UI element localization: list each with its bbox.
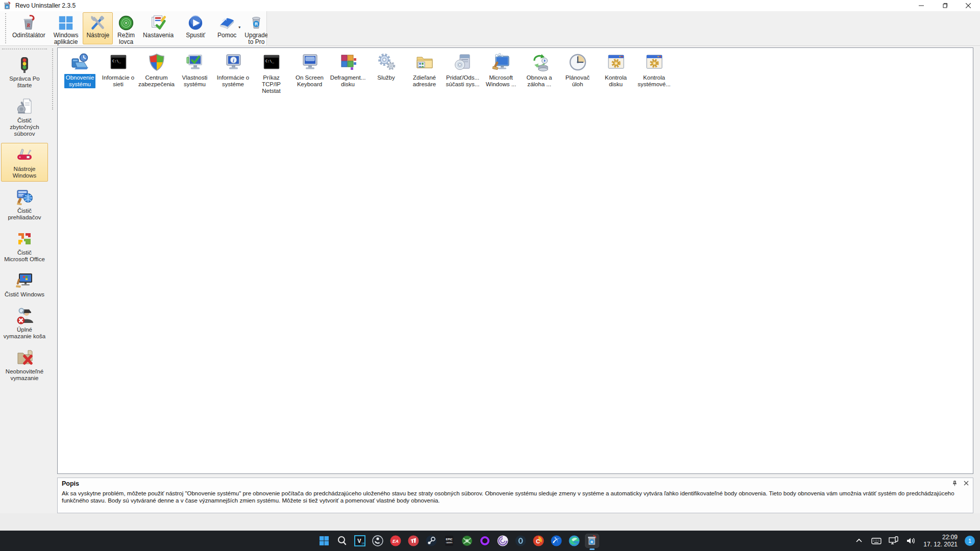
svg-text:R: R bbox=[591, 540, 593, 544]
tool-task-scheduler[interactable]: Plánovač úloh bbox=[558, 52, 597, 95]
minimize-button[interactable] bbox=[910, 0, 933, 11]
taskbar-search-icon[interactable] bbox=[335, 534, 349, 547]
minimize-icon bbox=[919, 3, 924, 8]
taskbar-vegas-icon[interactable]: V18 bbox=[353, 534, 366, 547]
taskbar-riot-icon[interactable] bbox=[407, 534, 420, 547]
run-label: Spustiť bbox=[186, 32, 205, 39]
tool-label: Microsoft Windows ... bbox=[484, 74, 518, 88]
close-icon bbox=[966, 3, 971, 8]
tool-backup-restore[interactable]: Obnova a záloha ... bbox=[520, 52, 558, 95]
svg-text:C:\_: C:\_ bbox=[265, 59, 275, 63]
tool-security-center[interactable]: Centrum zabezpečenia bbox=[137, 52, 176, 95]
tool-label: Obnovenie systému bbox=[64, 74, 96, 88]
run-button[interactable]: Spustiť bbox=[182, 12, 209, 44]
maximize-icon bbox=[942, 3, 947, 8]
toolbar-empty-area bbox=[267, 11, 980, 46]
svg-text:C:\_: C:\_ bbox=[112, 59, 121, 63]
taskbar-steam-icon[interactable] bbox=[425, 534, 438, 547]
monitor-cleaning-icon bbox=[491, 52, 511, 72]
pin-icon[interactable] bbox=[952, 481, 958, 486]
sidebar: Správca Po štarte Čistič zbytočných súbo… bbox=[0, 46, 49, 531]
tool-system-info[interactable]: i Informácie o systéme bbox=[214, 52, 252, 95]
tray-cast-device-icon[interactable] bbox=[889, 536, 899, 546]
software-box-cd-icon bbox=[453, 52, 473, 72]
notification-badge[interactable]: 1 bbox=[965, 536, 975, 546]
tool-add-remove-components[interactable]: Pridať/Ods... súčasti sys... bbox=[444, 52, 482, 95]
tray-keyboard-icon[interactable] bbox=[871, 536, 881, 546]
sidebar-item-junk-files-cleaner[interactable]: Čistič zbytočných súborov bbox=[1, 94, 48, 140]
tools-button[interactable]: Nástroje bbox=[83, 12, 113, 44]
tool-services[interactable]: Služby bbox=[367, 52, 405, 95]
tool-system-restore[interactable]: Obnovenie systému bbox=[61, 52, 99, 95]
tool-net-info[interactable]: C:\_ Informácie o sieti bbox=[99, 52, 137, 95]
start-button-icon[interactable] bbox=[317, 534, 331, 547]
tray-chevron-up-icon[interactable] bbox=[854, 536, 864, 546]
svg-text:i: i bbox=[233, 58, 234, 63]
windows-apps-button[interactable]: Windows aplikácie bbox=[50, 12, 82, 44]
tray-clock[interactable]: 22:09 17. 12. 2021 bbox=[923, 534, 958, 548]
taskbar-music-app-icon[interactable] bbox=[514, 534, 527, 547]
revo-app-icon: R bbox=[3, 2, 11, 10]
taskbar-bittorrent-icon[interactable] bbox=[496, 534, 509, 547]
defragment-icon bbox=[338, 52, 358, 72]
tool-label: On Screen Keyboard bbox=[294, 74, 325, 88]
sidebar-item-windows-tools[interactable]: Nástroje Windows bbox=[1, 143, 48, 182]
settings-button[interactable]: Nastavenia bbox=[139, 12, 177, 44]
settings-label: Nastavenia bbox=[143, 32, 174, 39]
tool-netstat[interactable]: C:\_ Príkaz TCP/IP Netstat bbox=[252, 52, 290, 95]
taskbar-ccleaner-icon[interactable]: C bbox=[532, 534, 545, 547]
sidebar-item-browsers-cleaner[interactable]: Čistič prehliadačov bbox=[1, 185, 48, 223]
sidebar-item-unrecoverable-delete[interactable]: Neobnoviteľné vymazanie bbox=[1, 345, 48, 384]
close-panel-icon[interactable] bbox=[964, 481, 969, 486]
tool-label: Zdieľané adresáre bbox=[411, 74, 437, 88]
tray-volume-icon[interactable] bbox=[906, 536, 916, 546]
taskbar-game-icon[interactable] bbox=[460, 534, 474, 547]
taskbar-revo-uninstaller-icon[interactable]: R bbox=[585, 534, 599, 547]
tool-disk-defragment[interactable]: Defragment... disku bbox=[329, 52, 367, 95]
tool-on-screen-keyboard[interactable]: On Screen Keyboard bbox=[290, 52, 329, 95]
gears-icon bbox=[376, 52, 397, 72]
tool-label: Kontrola disku bbox=[597, 74, 635, 88]
taskbar-epic-games-icon[interactable]: EPICGAMES bbox=[443, 534, 456, 547]
maximize-button[interactable] bbox=[933, 0, 957, 11]
tool-system-properties[interactable]: Vlastnosti systému bbox=[176, 52, 214, 95]
sidebar-label: Čistič prehliadačov bbox=[8, 208, 41, 221]
tool-disk-check[interactable]: Kontrola disku bbox=[597, 52, 635, 95]
sidebar-label: Správca Po štarte bbox=[2, 76, 47, 89]
taskbar-obs-icon[interactable] bbox=[371, 534, 384, 547]
sidebar-item-windows-cleaner[interactable]: Čistič Windows bbox=[1, 268, 48, 300]
tool-label: Pridať/Ods... súčasti sys... bbox=[445, 74, 481, 88]
tool-label: Obnova a záloha ... bbox=[525, 74, 554, 88]
tool-label: Príkaz TCP/IP Netstat bbox=[252, 74, 290, 95]
close-button[interactable] bbox=[957, 0, 980, 11]
tool-system-file-check[interactable]: Kontrola systémové... bbox=[635, 52, 673, 95]
hunter-mode-button[interactable]: Režim lovca bbox=[114, 12, 138, 44]
tool-shared-folders[interactable]: Zdieľané adresáre bbox=[405, 52, 444, 95]
taskbar-battlenet-icon[interactable] bbox=[550, 534, 563, 547]
tray-time: 22:09 bbox=[923, 534, 958, 541]
sidebar-item-ms-office-cleaner[interactable]: Čistič Microsoft Office bbox=[1, 227, 48, 265]
tool-microsoft-windows[interactable]: Microsoft Windows ... bbox=[482, 52, 520, 95]
toolbar-grip[interactable] bbox=[5, 13, 6, 43]
window-gear-icon bbox=[644, 52, 665, 72]
uninstaller-button[interactable]: R Odinštalátor bbox=[9, 12, 49, 44]
tool-label: Kontrola systémové... bbox=[636, 74, 672, 88]
svg-text:R: R bbox=[6, 6, 9, 9]
sidebar-grip[interactable] bbox=[2, 48, 47, 49]
tool-label: Služby bbox=[376, 74, 397, 82]
panel-grip[interactable] bbox=[52, 48, 53, 110]
help-button[interactable]: ▾ Pomoc bbox=[214, 12, 240, 44]
help-label: Pomoc bbox=[217, 32, 236, 39]
clock-icon bbox=[568, 52, 588, 72]
taskbar-ea-icon[interactable]: EA bbox=[389, 534, 402, 547]
sidebar-label: Čistič Windows bbox=[5, 291, 44, 298]
svg-text:R: R bbox=[255, 21, 258, 27]
taskbar-edge-icon[interactable] bbox=[568, 534, 581, 547]
sidebar-item-autorun-manager[interactable]: Správca Po štarte bbox=[1, 53, 48, 91]
tool-label: Centrum zabezpečenia bbox=[137, 74, 176, 88]
windows-cleaner-icon bbox=[15, 271, 34, 290]
taskbar-opera-gx-icon[interactable] bbox=[478, 534, 492, 547]
sidebar-item-evidence-remover[interactable]: Úplné vymazanie koša bbox=[1, 304, 48, 342]
settings-icon bbox=[150, 14, 167, 32]
evidence-remover-icon bbox=[15, 307, 34, 325]
